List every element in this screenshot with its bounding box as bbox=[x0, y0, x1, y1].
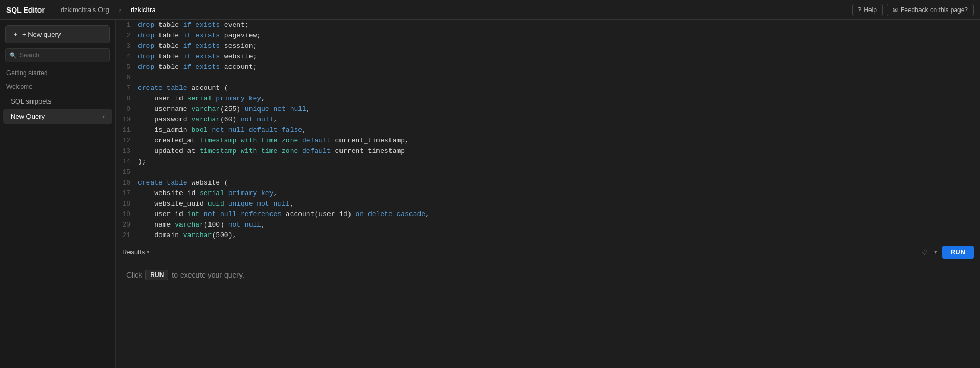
line-content-19: user_id int not null references account(… bbox=[135, 209, 429, 220]
line-number-4: 4 bbox=[116, 52, 135, 62]
chevron-down-icon: ▾ bbox=[102, 114, 105, 119]
code-line-13: 13 updated_at timestamp with time zone d… bbox=[116, 146, 980, 157]
line-number-2: 2 bbox=[116, 30, 135, 41]
code-line-18: 18 website_uuid uuid unique not null, bbox=[116, 199, 980, 209]
new-query-button[interactable]: ＋ + New query bbox=[5, 25, 110, 43]
code-line-5: 5drop table if exists account; bbox=[116, 62, 980, 73]
top-bar-right: ? Help ✉ Feedback on this page? bbox=[852, 4, 974, 16]
code-line-14: 14); bbox=[116, 157, 980, 167]
run-area: ♡ ▾ RUN bbox=[919, 246, 974, 259]
sidebar-item-new-query[interactable]: New Query ▾ bbox=[3, 109, 112, 124]
line-content-5: drop table if exists account; bbox=[135, 62, 257, 73]
line-number-9: 9 bbox=[116, 104, 135, 115]
line-number-8: 8 bbox=[116, 94, 135, 104]
line-number-15: 15 bbox=[116, 167, 135, 178]
sidebar: ＋ + New query 🔍 Getting started Welcome … bbox=[0, 20, 116, 368]
top-bar-left: SQL Editor rizkimcitra's Org › rizkicitr… bbox=[6, 5, 852, 15]
code-line-16: 16create table website ( bbox=[116, 178, 980, 188]
line-number-20: 20 bbox=[116, 220, 135, 230]
code-line-10: 10 password varchar(60) not null, bbox=[116, 115, 980, 125]
click-run-message: Click RUN to execute your query. bbox=[126, 270, 244, 280]
code-line-3: 3drop table if exists session; bbox=[116, 41, 980, 52]
code-line-17: 17 website_id serial primary key, bbox=[116, 188, 980, 199]
code-line-7: 7create table account ( bbox=[116, 83, 980, 94]
line-number-1: 1 bbox=[116, 20, 135, 30]
line-content-10: password varchar(60) not null, bbox=[135, 115, 277, 125]
breadcrumb-org[interactable]: rizkimcitra's Org bbox=[57, 5, 113, 15]
code-line-20: 20 name varchar(100) not null, bbox=[116, 220, 980, 230]
line-number-17: 17 bbox=[116, 188, 135, 199]
app-title: SQL Editor bbox=[6, 6, 45, 14]
sidebar-item-getting-started[interactable]: Getting started bbox=[0, 66, 115, 80]
line-content-15 bbox=[135, 167, 138, 178]
run-button[interactable]: RUN bbox=[942, 246, 974, 259]
code-line-12: 12 created_at timestamp with time zone d… bbox=[116, 136, 980, 146]
execute-text: to execute your query. bbox=[172, 271, 244, 279]
line-content-18: website_uuid uuid unique not null, bbox=[135, 199, 294, 209]
line-content-1: drop table if exists event; bbox=[135, 20, 249, 30]
code-line-19: 19 user_id int not null references accou… bbox=[116, 209, 980, 220]
line-number-5: 5 bbox=[116, 62, 135, 73]
sidebar-item-welcome[interactable]: Welcome bbox=[0, 80, 115, 94]
run-dropdown-button[interactable]: ▾ bbox=[933, 247, 939, 257]
code-line-4: 4drop table if exists website; bbox=[116, 52, 980, 62]
line-content-12: created_at timestamp with time zone defa… bbox=[135, 136, 409, 146]
click-text: Click bbox=[126, 271, 142, 279]
plus-icon: ＋ bbox=[12, 29, 19, 39]
line-number-19: 19 bbox=[116, 209, 135, 220]
sidebar-item-sql-snippets[interactable]: SQL snippets bbox=[3, 94, 112, 108]
line-content-8: user_id serial primary key, bbox=[135, 94, 265, 104]
line-content-4: drop table if exists website; bbox=[135, 52, 257, 62]
code-line-2: 2drop table if exists pageview; bbox=[116, 30, 980, 41]
line-number-13: 13 bbox=[116, 146, 135, 157]
line-number-6: 6 bbox=[116, 73, 135, 83]
top-bar: SQL Editor rizkimcitra's Org › rizkicitr… bbox=[0, 0, 980, 20]
line-content-11: is_admin bool not null default false, bbox=[135, 125, 306, 136]
search-container: 🔍 bbox=[0, 48, 115, 66]
code-line-1: 1drop table if exists event; bbox=[116, 20, 980, 30]
editor-area: 1drop table if exists event;2drop table … bbox=[116, 20, 980, 368]
search-wrap: 🔍 bbox=[5, 48, 110, 62]
line-number-16: 16 bbox=[116, 178, 135, 188]
help-button[interactable]: ? Help bbox=[852, 4, 883, 16]
feedback-button[interactable]: ✉ Feedback on this page? bbox=[887, 4, 974, 16]
help-icon: ? bbox=[858, 6, 862, 14]
bottom-panel: Results ▾ ♡ ▾ RUN Click RUN to execute y… bbox=[116, 242, 980, 368]
code-line-6: 6 bbox=[116, 73, 980, 83]
code-line-8: 8 user_id serial primary key, bbox=[116, 94, 980, 104]
code-line-11: 11 is_admin bool not null default false, bbox=[116, 125, 980, 136]
breadcrumb-query[interactable]: rizkicitra bbox=[127, 5, 159, 15]
line-content-21: domain varchar(500), bbox=[135, 230, 236, 241]
code-editor[interactable]: 1drop table if exists event;2drop table … bbox=[116, 20, 980, 242]
line-content-17: website_id serial primary key, bbox=[135, 188, 277, 199]
line-content-7: create table account ( bbox=[135, 83, 228, 94]
line-number-10: 10 bbox=[116, 115, 135, 125]
line-number-11: 11 bbox=[116, 125, 135, 136]
line-content-13: updated_at timestamp with time zone defa… bbox=[135, 146, 405, 157]
results-content: Click RUN to execute your query. bbox=[116, 262, 980, 368]
line-content-16: create table website ( bbox=[135, 178, 228, 188]
line-number-21: 21 bbox=[116, 230, 135, 241]
search-input[interactable] bbox=[5, 48, 110, 62]
feedback-icon: ✉ bbox=[893, 6, 898, 14]
run-badge: RUN bbox=[145, 270, 168, 280]
code-line-21: 21 domain varchar(500), bbox=[116, 230, 980, 241]
line-number-14: 14 bbox=[116, 157, 135, 167]
line-content-20: name varchar(100) not null, bbox=[135, 220, 265, 230]
code-line-15: 15 bbox=[116, 167, 980, 178]
search-icon: 🔍 bbox=[9, 52, 17, 59]
bottom-toolbar: Results ▾ ♡ ▾ RUN bbox=[116, 242, 980, 262]
line-content-3: drop table if exists session; bbox=[135, 41, 257, 52]
line-number-12: 12 bbox=[116, 136, 135, 146]
line-content-14: ); bbox=[135, 157, 146, 167]
line-number-18: 18 bbox=[116, 199, 135, 209]
code-line-9: 9 username varchar(255) unique not null, bbox=[116, 104, 980, 115]
line-content-6 bbox=[135, 73, 138, 83]
results-tab[interactable]: Results ▾ bbox=[122, 248, 150, 256]
line-content-9: username varchar(255) unique not null, bbox=[135, 104, 311, 115]
line-content-2: drop table if exists pageview; bbox=[135, 30, 261, 41]
main-layout: ＋ + New query 🔍 Getting started Welcome … bbox=[0, 20, 980, 368]
favorite-button[interactable]: ♡ bbox=[919, 247, 929, 258]
line-number-7: 7 bbox=[116, 83, 135, 94]
results-chevron-icon: ▾ bbox=[147, 249, 150, 255]
